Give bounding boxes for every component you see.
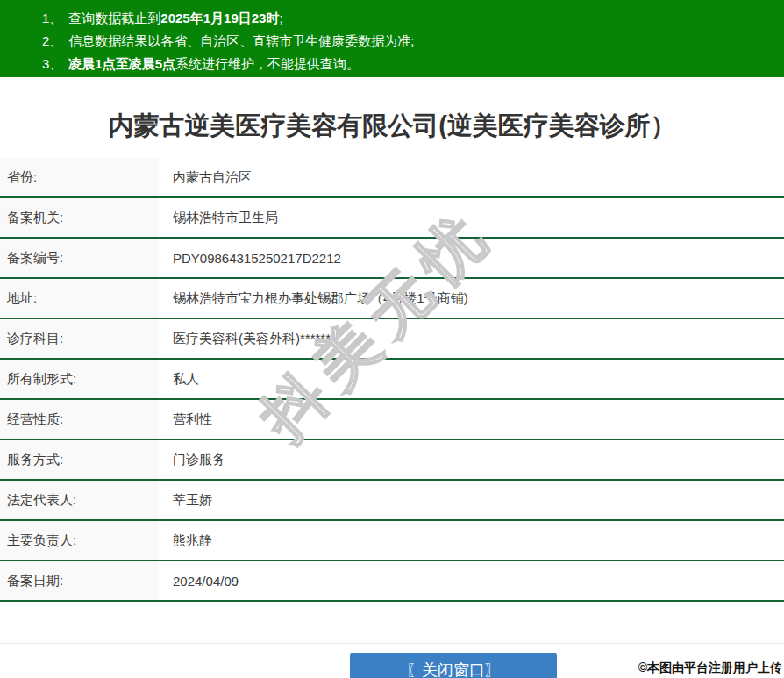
notice-number: 3、 <box>42 56 62 71</box>
row-label: 备案编号: <box>0 239 158 277</box>
row-value: 熊兆静 <box>158 521 784 560</box>
notice-text: 信息数据结果以各省、自治区、直辖市卫生健康委数据为准; <box>68 33 414 48</box>
row-label: 服务方式: <box>0 440 158 479</box>
table-row-filing-authority: 备案机关: 锡林浩特市卫生局 <box>0 198 784 239</box>
row-value: PDY09864315250217D2212 <box>158 239 784 277</box>
table-row-service-mode: 服务方式: 门诊服务 <box>0 440 784 481</box>
notice-number: 2、 <box>42 33 62 48</box>
row-label: 所有制形式: <box>0 360 158 398</box>
close-window-button[interactable]: 〖关闭窗口〗 <box>350 653 557 678</box>
notice-number: 1、 <box>42 11 62 25</box>
table-row-filing-date: 备案日期: 2024/04/09 <box>0 561 784 602</box>
notice-text: 查询数据截止到 <box>68 11 160 25</box>
row-value: 莘玉娇 <box>158 481 784 519</box>
notice-text-bold: 2025年1月19日23时 <box>160 11 279 25</box>
row-value: 门诊服务 <box>158 440 784 479</box>
notice-text-bold: 凌晨1点至凌晨5点 <box>68 56 175 71</box>
row-label: 省份: <box>0 158 158 196</box>
row-value: 医疗美容科(美容外科)****** <box>158 319 784 358</box>
image-attribution-watermark: ©本图由平台注册用户上传 <box>638 660 782 676</box>
registration-info-table: 省份: 内蒙古自治区 备案机关: 锡林浩特市卫生局 备案编号: PDY09864… <box>0 158 784 602</box>
row-label: 主要负责人: <box>0 521 158 560</box>
notice-line-3: 3、凌晨1点至凌晨5点系统进行维护，不能提供查询。 <box>42 53 775 75</box>
row-label: 备案机关: <box>0 198 158 237</box>
table-row-principal: 主要负责人: 熊兆静 <box>0 521 784 561</box>
row-value: 内蒙古自治区 <box>158 158 784 196</box>
page-title: 内蒙古逆美医疗美容有限公司(逆美医疗美容诊所） <box>0 111 784 140</box>
notice-banner: 1、查询数据截止到2025年1月19日23时; 2、信息数据结果以各省、自治区、… <box>0 0 784 77</box>
row-label: 备案日期: <box>0 561 158 600</box>
table-row-province: 省份: 内蒙古自治区 <box>0 158 784 198</box>
footer-divider <box>0 643 784 644</box>
notice-text: ; <box>279 11 282 25</box>
row-value: 锡林浩特市宝力根办事处锡郡广场（4号楼1号商铺) <box>158 279 784 318</box>
notice-line-2: 2、信息数据结果以各省、自治区、直辖市卫生健康委数据为准; <box>42 30 775 53</box>
table-row-address: 地址: 锡林浩特市宝力根办事处锡郡广场（4号楼1号商铺) <box>0 279 784 319</box>
row-value: 2024/04/09 <box>158 561 784 600</box>
notice-text: 系统进行维护，不能提供查询。 <box>175 56 360 71</box>
table-row-treatment-subjects: 诊疗科目: 医疗美容科(美容外科)****** <box>0 319 784 360</box>
table-row-filing-number: 备案编号: PDY09864315250217D2212 <box>0 239 784 279</box>
table-row-ownership-form: 所有制形式: 私人 <box>0 360 784 400</box>
page: 1、查询数据截止到2025年1月19日23时; 2、信息数据结果以各省、自治区、… <box>0 0 784 678</box>
notice-line-1: 1、查询数据截止到2025年1月19日23时; <box>42 7 775 30</box>
row-value: 私人 <box>158 360 784 398</box>
table-row-legal-representative: 法定代表人: 莘玉娇 <box>0 481 784 521</box>
row-value: 营利性 <box>158 400 784 439</box>
table-row-business-nature: 经营性质: 营利性 <box>0 400 784 440</box>
row-label: 诊疗科目: <box>0 319 158 358</box>
row-label: 法定代表人: <box>0 481 158 519</box>
row-label: 经营性质: <box>0 400 158 439</box>
row-label: 地址: <box>0 279 158 318</box>
row-value: 锡林浩特市卫生局 <box>158 198 784 237</box>
